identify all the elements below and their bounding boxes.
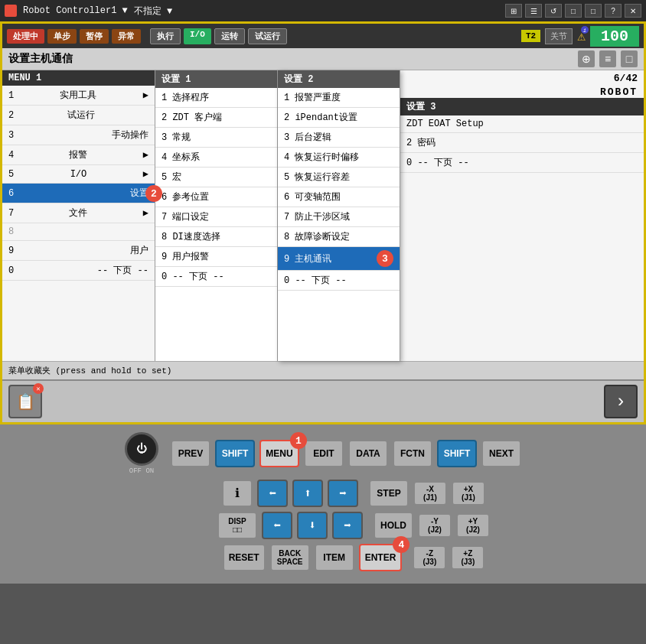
test-run-badge: 试运行 (248, 28, 287, 44)
menu3-item-3[interactable]: 3 后台逻辑 (278, 128, 400, 148)
menu3-item-7[interactable]: 7 防止干涉区域 (278, 207, 400, 227)
menu2-item-1[interactable]: 1 选择程序 (155, 88, 277, 108)
next-icon: › (615, 392, 626, 412)
refresh-btn[interactable]: ↺ (545, 4, 562, 18)
arrow-right-icon: ➡ (339, 486, 347, 501)
plus-z-j3-btn[interactable]: +Z(J3) (451, 545, 484, 570)
clipboard-btn[interactable]: 📋 ✕ (8, 385, 42, 418)
enter-btn-wrap: ENTER 4 (359, 544, 403, 571)
menu3-item-1[interactable]: 1 报警严重度 (278, 88, 400, 108)
menu4-item-1[interactable]: ZDT EOAT Setup (400, 115, 644, 133)
menu-btn[interactable]: ≡ (599, 50, 616, 67)
menu1-item5-label: I/O (70, 169, 87, 180)
close-btn[interactable]: ✕ (625, 4, 641, 18)
power-btn[interactable]: ⏻ (125, 432, 158, 466)
menu3-item-6[interactable]: 6 可变轴范围 (278, 187, 400, 207)
grid-view-btn[interactable]: ⊞ (505, 4, 522, 18)
item-btn[interactable]: ITEM (315, 544, 354, 571)
menu3-item-2[interactable]: 2 iPendant设置 (278, 108, 400, 128)
plus-x-j1-btn[interactable]: +X(J1) (452, 481, 485, 506)
menu2-item-4[interactable]: 4 坐标系 (155, 148, 277, 168)
fctn-btn[interactable]: FCTN (393, 440, 432, 467)
status-strip: 菜单收藏夹 (press and hold to set) (2, 361, 644, 379)
step-btn[interactable]: STEP (369, 480, 409, 507)
menu-layout: MENU 1 1实用工具▶ 2试运行 3手动操作 4报警▶ 5I/O▶ 6 设置… (2, 70, 644, 361)
menu1-item7-arrow: ▶ (143, 207, 148, 219)
backspace-btn[interactable]: BACKSPACE (270, 544, 310, 571)
reset-btn[interactable]: RESET (223, 544, 266, 571)
nav2-left-btn[interactable]: ⬅ (262, 512, 292, 539)
shift2-btn[interactable]: SHIFT (437, 440, 477, 467)
menu1-item3-label: 手动操作 (112, 128, 148, 141)
menu-col-2: 设置 1 1 选择程序 2 ZDT 客户端 3 常规 4 坐标系 5 宏 6 参… (155, 70, 278, 361)
disp-btn[interactable]: DISP□□ (217, 512, 257, 539)
menu4-footer[interactable]: 0 -- 下页 -- (400, 153, 644, 173)
menu1-item-1[interactable]: 1实用工具▶ (2, 86, 155, 106)
page-title-bar: 设置主机通信 ⊕ ≡ □ (2, 48, 644, 70)
menu4-item-2[interactable]: 2 密码 (400, 133, 644, 153)
minus-y-j2-btn[interactable]: -Y(J2) (418, 513, 452, 538)
minimize-btn[interactable]: □ (565, 4, 582, 18)
menu1-item-0[interactable]: 0-- 下页 -- (2, 261, 155, 281)
menu2-item-3[interactable]: 3 常规 (155, 128, 277, 148)
menu3-item-5[interactable]: 5 恢复运行容差 (278, 168, 400, 187)
menu1-item4-label: 报警 (69, 148, 87, 161)
menu2-item-8[interactable]: 8 DI速度选择 (155, 227, 277, 247)
pause-badge: 暂停 (80, 29, 109, 44)
nav-down-btn[interactable]: ⬇ (297, 512, 328, 539)
menu1-item2-label: 试运行 (67, 109, 95, 122)
next-kb-btn[interactable]: NEXT (481, 440, 521, 467)
app-icon (5, 5, 17, 17)
menu1-item9-label: 用户 (130, 244, 148, 257)
menu3-item-4[interactable]: 4 恢复运行时偏移 (278, 148, 400, 168)
data-btn[interactable]: DATA (348, 440, 388, 467)
prev-btn[interactable]: PREV (171, 440, 210, 467)
menu1-item-2[interactable]: 2试运行 (2, 106, 155, 125)
menu1-item-4[interactable]: 4报警▶ (2, 145, 155, 165)
menu2-item-0[interactable]: 0 -- 下页 -- (155, 267, 277, 287)
mode-selector[interactable]: 不指定 ▼ (134, 5, 172, 18)
window-btn[interactable]: □ (621, 50, 638, 67)
menu2-item-6[interactable]: 6 参考位置 (155, 187, 277, 207)
arrow2-left-icon: ⬅ (273, 518, 281, 533)
menu3-item-8[interactable]: 8 故障诊断设定 (278, 227, 400, 247)
list-view-btn[interactable]: ☰ (525, 4, 542, 18)
clipboard-badge: ✕ (33, 383, 44, 394)
menu3-item9-label: 9 主机通讯 (284, 252, 331, 265)
nav2-right-btn[interactable]: ➡ (332, 512, 363, 539)
arrow2-right-icon: ➡ (344, 518, 351, 533)
menu3-item-0[interactable]: 0 -- 下页 -- (278, 271, 400, 291)
edit-btn[interactable]: EDIT (304, 440, 344, 467)
menu1-item-6[interactable]: 6 设置 2 (2, 184, 155, 203)
fctn-btn-wrap: FCTN (393, 440, 432, 467)
right-panel: 6/42 ROBOT 设置 3 ZDT EOAT Setup 2 密码 0 --… (400, 70, 644, 361)
resize-btn[interactable]: □ (585, 4, 602, 18)
menu2-item-5[interactable]: 5 宏 (155, 168, 277, 187)
plus-y-j2-btn[interactable]: +Y(J2) (456, 513, 490, 538)
help-btn[interactable]: ? (605, 4, 622, 18)
controller-title[interactable]: Robot Controller1 ▼ (23, 5, 128, 16)
info-btn[interactable]: ℹ (222, 480, 253, 507)
menu-badge: 1 (290, 432, 307, 449)
menu2-item-7[interactable]: 7 端口设定 (155, 207, 277, 227)
menu1-item-9[interactable]: 9用户 (2, 241, 155, 261)
menu2-item-2[interactable]: 2 ZDT 客户端 (155, 108, 277, 128)
power-icon: ⏻ (136, 443, 147, 455)
zoom-btn[interactable]: ⊕ (578, 50, 595, 67)
menu2-item-9[interactable]: 9 用户报警 (155, 247, 277, 267)
minus-x-j1-btn[interactable]: -X(J1) (413, 481, 447, 506)
menu1-item-5[interactable]: 5I/O▶ (2, 165, 155, 184)
minus-z-j3-btn[interactable]: -Z(J3) (413, 545, 446, 570)
shift1-btn[interactable]: SHIFT (215, 440, 255, 467)
nav-up-btn[interactable]: ⬆ (292, 480, 323, 507)
menu3-item-9[interactable]: 9 主机通讯 3 (278, 247, 400, 271)
nav-left-btn[interactable]: ⬅ (257, 480, 288, 507)
hold-btn[interactable]: HOLD (374, 512, 413, 539)
settings-badge: 2 (145, 185, 162, 202)
alert-btn[interactable]: ⚠ i (577, 28, 586, 44)
menu1-item-3[interactable]: 3手动操作 (2, 125, 155, 145)
nav-right-btn[interactable]: ➡ (328, 480, 358, 507)
menu1-item-7[interactable]: 7文件▶ (2, 203, 155, 223)
toolbar-next-btn[interactable]: › (604, 385, 638, 418)
kb-row-3: DISP□□ ⬅ ⬇ ➡ HOLD -Y(J2) +Y(J2) (77, 512, 631, 539)
